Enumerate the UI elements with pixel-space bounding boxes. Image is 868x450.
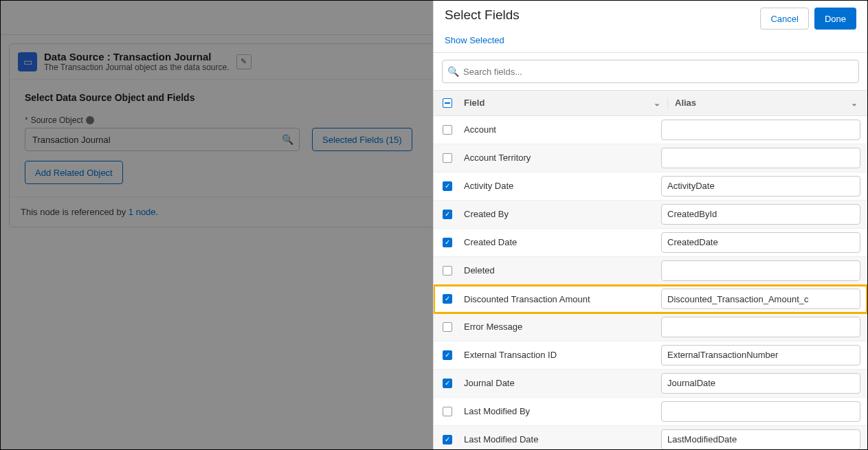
row-checkbox[interactable]: ✓ bbox=[443, 238, 452, 247]
table-header: Field ⌄ Alias ⌄ bbox=[434, 90, 867, 116]
alias-cell bbox=[661, 204, 860, 225]
row-checkbox[interactable] bbox=[443, 125, 452, 135]
column-header-field-label: Field bbox=[464, 98, 485, 108]
row-checkbox[interactable]: ✓ bbox=[443, 210, 452, 219]
table-row: ✓Discounted Transaction Amount bbox=[434, 285, 867, 313]
alias-input[interactable] bbox=[661, 204, 860, 225]
row-checkbox[interactable]: ✓ bbox=[443, 379, 452, 388]
select-fields-panel: Select Fields Cancel Done Show Selected … bbox=[433, 1, 867, 449]
field-name: Account bbox=[461, 124, 661, 135]
alias-input[interactable] bbox=[661, 373, 860, 394]
search-wrap: 🔍 bbox=[434, 53, 867, 90]
search-icon: 🔍 bbox=[447, 66, 459, 77]
alias-input[interactable] bbox=[661, 148, 860, 168]
row-checkbox[interactable]: ✓ bbox=[443, 435, 452, 445]
search-fields-input[interactable] bbox=[442, 60, 859, 83]
field-name: Account Territory bbox=[461, 153, 661, 163]
alias-input[interactable] bbox=[661, 317, 860, 337]
column-header-field[interactable]: Field ⌄ bbox=[461, 98, 668, 108]
select-all-checkbox[interactable] bbox=[443, 98, 452, 108]
alias-cell bbox=[661, 232, 860, 253]
chevron-down-icon: ⌄ bbox=[851, 98, 858, 108]
field-name: Error Message bbox=[461, 322, 661, 332]
table-row: ✓External Transaction ID bbox=[434, 341, 867, 370]
row-checkbox[interactable] bbox=[443, 266, 452, 275]
table-row: ✓Created By bbox=[434, 201, 867, 229]
alias-input[interactable] bbox=[661, 429, 860, 449]
alias-cell bbox=[661, 317, 860, 337]
field-name: Last Modified By bbox=[461, 406, 661, 416]
alias-input[interactable] bbox=[661, 401, 860, 422]
alias-cell bbox=[661, 260, 860, 281]
table-row: Deleted bbox=[434, 257, 867, 285]
header-checkbox-cell bbox=[434, 98, 461, 108]
table-row: Error Message bbox=[434, 313, 867, 341]
alias-input[interactable] bbox=[661, 232, 860, 253]
done-button[interactable]: Done bbox=[814, 8, 856, 30]
alias-cell bbox=[661, 176, 860, 196]
row-checkbox-cell bbox=[434, 407, 461, 416]
row-checkbox[interactable] bbox=[443, 153, 452, 163]
alias-input[interactable] bbox=[661, 260, 860, 281]
row-checkbox[interactable] bbox=[443, 322, 452, 332]
alias-cell bbox=[661, 373, 860, 394]
table-row: ✓Last Modified Date bbox=[434, 426, 867, 449]
row-checkbox-cell bbox=[434, 125, 461, 135]
table-row: ✓Activity Date bbox=[434, 172, 867, 201]
panel-header: Select Fields Cancel Done bbox=[434, 1, 867, 35]
table-row: ✓Journal Date bbox=[434, 370, 867, 398]
alias-input[interactable] bbox=[661, 176, 860, 196]
field-name: Created By bbox=[461, 209, 661, 219]
cancel-button[interactable]: Cancel bbox=[760, 8, 808, 30]
row-checkbox-cell bbox=[434, 322, 461, 332]
field-name: Discounted Transaction Amount bbox=[461, 294, 661, 304]
alias-input[interactable] bbox=[661, 289, 860, 309]
alias-cell bbox=[661, 148, 860, 168]
panel-header-left: Select Fields bbox=[445, 8, 520, 23]
column-header-alias-label: Alias bbox=[675, 98, 696, 108]
alias-cell bbox=[661, 345, 860, 365]
show-selected-link[interactable]: Show Selected bbox=[434, 35, 867, 52]
row-checkbox-cell: ✓ bbox=[434, 435, 461, 445]
alias-input[interactable] bbox=[661, 120, 860, 140]
field-name: Deleted bbox=[461, 265, 661, 275]
field-name: Activity Date bbox=[461, 181, 661, 191]
table-row: Last Modified By bbox=[434, 398, 867, 426]
row-checkbox-cell bbox=[434, 266, 461, 275]
row-checkbox-cell: ✓ bbox=[434, 238, 461, 247]
chevron-down-icon: ⌄ bbox=[654, 98, 660, 108]
field-name: Journal Date bbox=[461, 378, 661, 388]
row-checkbox[interactable]: ✓ bbox=[443, 294, 452, 304]
table-row: ✓Created Date bbox=[434, 229, 867, 257]
alias-cell bbox=[661, 289, 860, 309]
alias-input[interactable] bbox=[661, 345, 860, 365]
row-checkbox[interactable]: ✓ bbox=[443, 350, 452, 360]
row-checkbox[interactable]: ✓ bbox=[443, 181, 452, 191]
table-row: Account Territory bbox=[434, 144, 867, 172]
row-checkbox-cell: ✓ bbox=[434, 294, 461, 304]
search-box: 🔍 bbox=[442, 60, 859, 83]
row-checkbox-cell: ✓ bbox=[434, 379, 461, 388]
row-checkbox-cell: ✓ bbox=[434, 210, 461, 219]
alias-cell bbox=[661, 401, 860, 422]
field-name: Created Date bbox=[461, 237, 661, 247]
table-row: Account bbox=[434, 116, 867, 144]
panel-actions: Cancel Done bbox=[760, 8, 856, 30]
row-checkbox-cell: ✓ bbox=[434, 181, 461, 191]
field-name: External Transaction ID bbox=[461, 350, 661, 360]
row-checkbox-cell: ✓ bbox=[434, 350, 461, 360]
row-checkbox[interactable] bbox=[443, 407, 452, 416]
table-body: AccountAccount Territory✓Activity Date✓C… bbox=[434, 116, 867, 449]
row-checkbox-cell bbox=[434, 153, 461, 163]
panel-title: Select Fields bbox=[445, 8, 520, 23]
alias-cell bbox=[661, 120, 860, 140]
field-name: Last Modified Date bbox=[461, 434, 661, 445]
column-header-alias[interactable]: Alias ⌄ bbox=[668, 98, 867, 108]
alias-cell bbox=[661, 429, 860, 449]
